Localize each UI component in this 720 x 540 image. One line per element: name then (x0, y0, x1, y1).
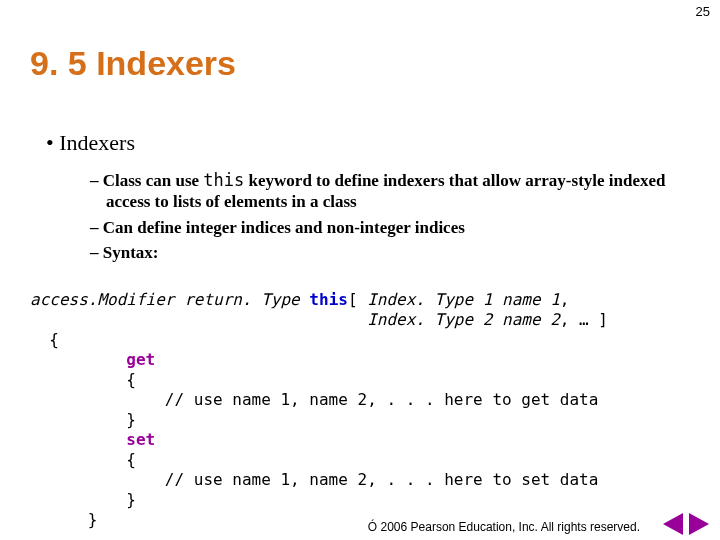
code-set: set (126, 430, 155, 449)
b2-2-pre: Syntax: (103, 243, 159, 262)
code-l11: } (30, 490, 136, 509)
code-l9: { (30, 450, 136, 469)
code-l1a: access.Modifier return. Type (30, 290, 309, 309)
code-get: get (126, 350, 155, 369)
code-this: this (309, 290, 348, 309)
code-l1b: [ (348, 290, 367, 309)
code-l1c: , (560, 290, 570, 309)
b2-0-code: this (203, 170, 244, 190)
copyright-footer: Ó 2006 Pearson Education, Inc. All right… (368, 520, 640, 534)
code-l10: // use name 1, name 2, . . . here to set… (30, 470, 598, 489)
code-l7: } (30, 410, 136, 429)
prev-icon (663, 513, 683, 535)
code-l2t2: Index. Type 2 name 2 (367, 310, 560, 329)
b2-1-pre: Can define integer indices and non-integ… (103, 218, 465, 237)
code-l2pad (30, 310, 367, 329)
code-l12: } (30, 510, 97, 529)
next-button-wrap[interactable] (688, 512, 710, 536)
b2-0-pre: Class can use (103, 171, 204, 190)
slide-title: 9. 5 Indexers (30, 44, 236, 83)
next-icon (689, 513, 709, 535)
bullet-level2-2: Syntax: (90, 242, 690, 263)
code-l2b: , … ] (560, 310, 608, 329)
page-number: 25 (696, 4, 710, 19)
bullet-level1: Indexers (46, 130, 690, 156)
code-l1t1: Index. Type 1 name 1 (367, 290, 560, 309)
content-area: Indexers Class can use this keyword to d… (46, 130, 690, 267)
code-l4pad (30, 350, 126, 369)
code-l6: // use name 1, name 2, . . . here to get… (30, 390, 598, 409)
code-l3: { (30, 330, 59, 349)
code-l8pad (30, 430, 126, 449)
nav-buttons (662, 512, 710, 536)
prev-button-wrap[interactable] (662, 512, 684, 536)
code-block: access.Modifier return. Type this[ Index… (30, 290, 700, 530)
bullet-level2-0: Class can use this keyword to define ind… (90, 170, 690, 213)
bullet-level2-1: Can define integer indices and non-integ… (90, 217, 690, 238)
code-l5: { (30, 370, 136, 389)
